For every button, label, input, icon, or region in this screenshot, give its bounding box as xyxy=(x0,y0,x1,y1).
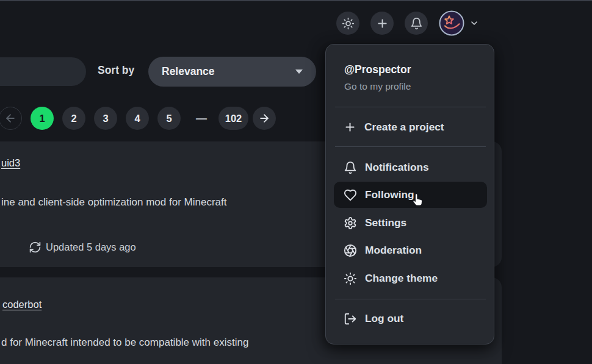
bell-icon xyxy=(344,161,357,174)
menu-item-logout[interactable]: Log out xyxy=(334,305,487,332)
sort-by-label: Sort by xyxy=(98,64,134,77)
menu-item-label: Notifications xyxy=(365,161,429,174)
arrow-left-icon xyxy=(4,112,16,124)
pagination-page-2[interactable]: 2 xyxy=(62,107,85,130)
menu-item-label: Log out xyxy=(365,312,403,325)
user-menu-trigger[interactable] xyxy=(439,10,479,36)
pagination-gap: — xyxy=(193,107,210,130)
menu-item-label: Settings xyxy=(365,216,406,229)
menu-item-following[interactable]: Following xyxy=(334,182,487,208)
pagination-page-4[interactable]: 4 xyxy=(126,107,149,130)
sun-icon xyxy=(344,272,357,285)
pagination-prev-button[interactable] xyxy=(0,107,22,130)
plus-icon xyxy=(344,121,356,134)
result-updated-text: Updated 5 days ago xyxy=(46,241,136,253)
go-to-profile-link[interactable]: Go to my profile xyxy=(344,81,411,92)
heart-icon xyxy=(344,188,357,202)
avatar[interactable] xyxy=(439,10,464,36)
arrow-right-icon xyxy=(258,112,270,124)
result-description: d for Minecraft intended to be compatibl… xyxy=(1,337,248,349)
caret-down-icon xyxy=(295,70,303,74)
sort-select[interactable]: Relevance xyxy=(148,57,316,87)
pagination-next-button[interactable] xyxy=(253,107,276,130)
result-author-link[interactable]: uid3 xyxy=(1,157,20,169)
refresh-icon xyxy=(29,241,42,254)
gear-icon xyxy=(344,216,357,230)
pagination-page-3[interactable]: 3 xyxy=(94,107,117,130)
create-button[interactable] xyxy=(370,12,394,35)
menu-divider xyxy=(335,299,486,299)
menu-divider xyxy=(335,107,486,107)
user-dropdown-menu: @Prospector Go to my profile Create a pr… xyxy=(325,44,494,344)
search-input[interactable] xyxy=(0,57,86,86)
logout-icon xyxy=(344,312,357,326)
result-author-link[interactable]: coderbot xyxy=(2,299,42,310)
plus-icon xyxy=(376,17,389,30)
menu-item-label: Following xyxy=(365,188,414,201)
sun-icon xyxy=(342,17,355,30)
top-border xyxy=(0,0,592,1)
result-description: ine and client-side optimization mod for… xyxy=(1,196,226,209)
create-project-item[interactable]: Create a project xyxy=(334,114,487,140)
menu-item-notifications[interactable]: Notifications xyxy=(334,154,487,180)
aperture-icon xyxy=(344,244,357,257)
menu-item-label: Moderation xyxy=(365,244,422,257)
chevron-down-icon xyxy=(469,18,479,28)
menu-item-change-theme[interactable]: Change theme xyxy=(334,265,487,291)
bell-icon xyxy=(410,17,423,30)
menu-item-moderation[interactable]: Moderation xyxy=(334,237,487,263)
pagination-page-last[interactable]: 102 xyxy=(218,107,248,130)
pagination-page-1[interactable]: 1 xyxy=(31,107,54,130)
sort-select-value: Relevance xyxy=(162,65,295,78)
menu-item-settings[interactable]: Settings xyxy=(334,210,487,236)
pagination-page-5[interactable]: 5 xyxy=(157,107,181,130)
create-project-label: Create a project xyxy=(364,121,444,134)
username: @Prospector xyxy=(344,63,411,76)
result-updated: Updated 5 days ago xyxy=(29,241,136,254)
menu-item-label: Change theme xyxy=(365,272,438,285)
menu-divider xyxy=(335,146,486,147)
notifications-button[interactable] xyxy=(405,12,428,35)
theme-toggle-button[interactable] xyxy=(336,12,359,35)
